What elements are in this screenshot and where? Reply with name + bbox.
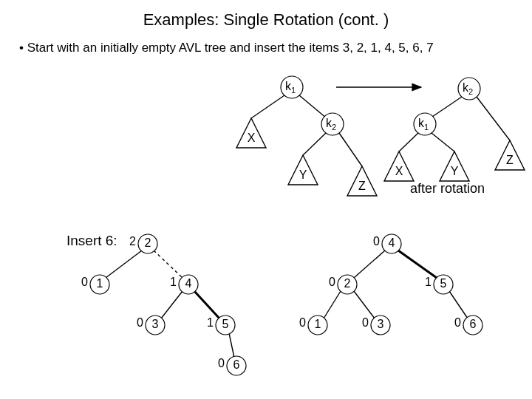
svg-text:X: X [248, 132, 256, 144]
svg-line-8 [303, 133, 326, 155]
svg-text:1: 1 [425, 276, 432, 288]
svg-text:1: 1 [315, 318, 321, 330]
svg-line-46 [398, 250, 437, 278]
svg-text:Y: Y [451, 165, 459, 177]
svg-line-30 [161, 291, 183, 318]
svg-text:5: 5 [440, 277, 447, 290]
svg-text:1: 1 [97, 277, 103, 290]
svg-line-17 [477, 97, 510, 140]
svg-text:0: 0 [81, 276, 88, 288]
svg-line-47 [324, 291, 341, 318]
svg-line-2 [251, 95, 284, 118]
svg-line-20 [399, 133, 418, 151]
svg-text:0: 0 [137, 316, 143, 329]
svg-line-9 [339, 133, 362, 166]
svg-text:3: 3 [152, 318, 159, 330]
svg-text:1: 1 [207, 316, 214, 329]
svg-text:1: 1 [170, 276, 177, 288]
svg-text:2: 2 [145, 236, 151, 249]
svg-text:4: 4 [389, 236, 395, 249]
diagram-svg: k1 X k2 Y Z k2 k1 X Y [0, 0, 532, 399]
svg-line-3 [299, 95, 327, 118]
svg-text:5: 5 [222, 318, 229, 330]
svg-line-45 [354, 250, 385, 278]
svg-text:0: 0 [218, 357, 225, 369]
svg-text:6: 6 [233, 358, 240, 371]
svg-line-16 [430, 97, 462, 118]
svg-text:2: 2 [344, 277, 351, 290]
svg-text:0: 0 [362, 316, 369, 329]
svg-line-32 [229, 333, 234, 358]
svg-text:0: 0 [373, 235, 380, 248]
svg-text:0: 0 [299, 316, 306, 329]
svg-text:Y: Y [299, 168, 307, 181]
avl-after: 4 0 2 0 5 1 1 0 3 0 6 0 [299, 234, 482, 335]
svg-line-49 [449, 291, 468, 318]
svg-text:3: 3 [378, 318, 384, 330]
svg-line-28 [106, 250, 142, 278]
svg-line-48 [354, 291, 375, 318]
svg-text:0: 0 [329, 276, 335, 288]
svg-text:Z: Z [506, 154, 514, 166]
svg-text:Z: Z [358, 180, 366, 192]
svg-text:6: 6 [470, 318, 477, 330]
svg-text:2: 2 [129, 235, 136, 248]
svg-text:X: X [395, 165, 403, 177]
svg-line-21 [432, 133, 454, 151]
abstract-after: k2 k1 X Y Z [384, 78, 525, 181]
svg-line-29 [154, 250, 183, 278]
svg-text:4: 4 [185, 277, 192, 290]
svg-line-31 [194, 291, 219, 318]
avl-before: 2 2 1 0 4 1 3 0 5 1 6 0 [81, 234, 246, 375]
abstract-before: k1 X k2 Y Z [236, 76, 377, 196]
svg-text:0: 0 [454, 316, 461, 329]
